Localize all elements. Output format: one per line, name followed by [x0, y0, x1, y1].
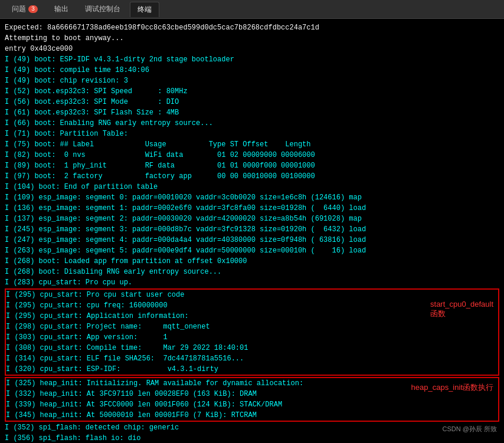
cpu-line-8: I (320) cpu_start: ESP-IDF: v4.3.1-dirty: [6, 364, 498, 375]
term-line-entry: entry 0x403ce000: [5, 44, 499, 54]
cpu-line-7: I (314) cpu_start: ELF file SHA256: 7dc4…: [6, 353, 498, 364]
tab-problems[interactable]: 问题 3: [5, 2, 45, 17]
problems-badge: 3: [28, 5, 38, 13]
term-line-attempting: Attempting to boot anyway...: [5, 33, 499, 44]
tab-output-label: 输出: [54, 4, 68, 14]
term-line-22: I (283) cpu_start: Pro cpu up.: [5, 277, 499, 288]
term-line-2: I (49) boot: compile time 18:40:06: [5, 65, 499, 76]
cpu-line-6: I (308) cpu_start: Compile time: Mar 29 …: [6, 343, 498, 353]
term-line-17: I (245) esp_image: segment 3: paddr=000d…: [5, 224, 499, 235]
terminal-body[interactable]: Expected: 8a6666671738ad6eeb198f0cc8c63c…: [0, 19, 504, 443]
tab-terminal[interactable]: 终端: [130, 2, 159, 17]
cpu-section-box: I (295) cpu_start: Pro cpu start user co…: [5, 288, 499, 376]
cpu-line-2: I (295) cpu_start: cpu freq: 160000000: [6, 300, 498, 311]
term-line-11: I (89) boot: 1 phy_init RF data 01 01 00…: [5, 160, 499, 171]
term-line-expected: Expected: 8a6666671738ad6eeb198f0cc8c63c…: [5, 22, 499, 33]
term-line-7: I (66) boot: Enabling RNG early entropy …: [5, 118, 499, 129]
mid-line-1: I (352) spi_flash: detected chip: generi…: [5, 422, 499, 433]
watermark: CSDN @孙辰 所致: [443, 425, 497, 434]
term-line-3: I (49) boot: chip revision: 3: [5, 76, 499, 86]
cpu-line-3: I (295) cpu_start: Application informati…: [6, 311, 498, 321]
tab-debug-console[interactable]: 调试控制台: [78, 2, 127, 17]
term-line-8: I (71) boot: Partition Table:: [5, 129, 499, 139]
heap-line-3: I (339) heap_init: At 3FCC0000 len 0001F…: [6, 399, 498, 410]
cpu-line-4: I (298) cpu_start: Project name: mqtt_on…: [6, 321, 498, 332]
tab-debug-label: 调试控制台: [85, 4, 120, 14]
term-line-15: I (136) esp_image: segment 1: paddr=0002…: [5, 203, 499, 214]
term-line-16: I (137) esp_image: segment 2: paddr=0003…: [5, 214, 499, 224]
heap-section-box: I (325) heap_init: Initializing. RAM ava…: [5, 377, 499, 422]
term-line-19: I (263) esp_image: segment 5: paddr=000e…: [5, 245, 499, 256]
term-line-10: I (82) boot: 0 nvs WiFi data 01 02 00009…: [5, 150, 499, 160]
cpu-line-1: I (295) cpu_start: Pro cpu start user co…: [6, 290, 498, 300]
tab-output[interactable]: 输出: [47, 2, 76, 17]
term-line-1: I (49) boot: ESP-IDF v4.3.1-dirty 2nd st…: [5, 54, 499, 65]
term-line-13: I (104) boot: End of partition table: [5, 182, 499, 192]
term-line-6: I (61) boot.esp32c3: SPI Flash Size : 4M…: [5, 107, 499, 118]
term-line-5: I (56) boot.esp32c3: SPI Mode : DIO: [5, 97, 499, 107]
term-line-20: I (268) boot: Loaded app from partition …: [5, 256, 499, 267]
term-line-18: I (247) esp_image: segment 4: paddr=000d…: [5, 235, 499, 245]
heap-line-4: I (345) heap_init: At 50000010 len 00001…: [6, 410, 498, 421]
term-line-21: I (268) boot: Disabling RNG early entrop…: [5, 267, 499, 277]
tab-bar: 问题 3 输出 调试控制台 终端: [0, 0, 504, 19]
mid-line-2: I (356) spi_flash: flash io: dio: [5, 433, 499, 443]
tab-terminal-label: 终端: [138, 5, 152, 15]
tab-problems-label: 问题: [12, 4, 26, 14]
term-line-12: I (97) boot: 2 factory factory app 00 00…: [5, 171, 499, 182]
heap-line-2: I (332) heap_init: At 3FC97110 len 00028…: [6, 389, 498, 399]
term-line-9: I (75) boot: ## Label Usage Type ST Offs…: [5, 139, 499, 150]
term-line-14: I (109) esp_image: segment 0: paddr=0001…: [5, 192, 499, 203]
term-line-4: I (52) boot.esp32c3: SPI Speed : 80MHz: [5, 86, 499, 97]
cpu-line-5: I (303) cpu_start: App version: 1: [6, 332, 498, 343]
heap-line-1: I (325) heap_init: Initializing. RAM ava…: [6, 378, 498, 389]
